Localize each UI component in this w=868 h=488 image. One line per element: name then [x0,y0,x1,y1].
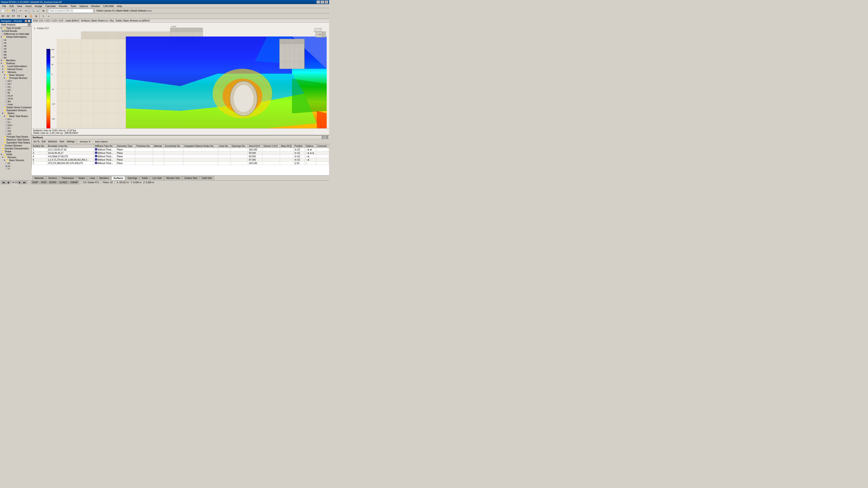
first-page-btn[interactable]: |◀ [1,181,6,184]
menu-calculate[interactable]: Calculate [44,4,57,8]
tab-solids[interactable]: Solids [140,176,150,180]
nav-sub-close-btn[interactable]: ✕ [28,24,31,26]
zoom-all-btn[interactable]: ⊞ [41,8,46,13]
table-row[interactable]: 319-26,36-45,27Without Thick...Plane50.0… [32,151,329,155]
menu-results[interactable]: Results [58,4,69,8]
last-page-btn[interactable]: ▶| [22,181,27,184]
tree-item-stresses[interactable]: ▼📁Stresses [0,71,31,74]
undo-btn[interactable]: ↩ [18,8,23,13]
view-btn[interactable]: View [59,140,65,143]
snap-osnap-btn[interactable]: OSNAP [69,181,79,184]
tab-solid-sets[interactable]: Solid Sets [200,176,214,180]
tree-item--x[interactable]: φx [0,50,31,53]
open-btn[interactable]: 📂 [6,8,11,13]
zoom-out-btn[interactable]: 🔎 [36,8,41,13]
tab-line-sets[interactable]: Line Sets [150,176,164,180]
tree-item-contact-stresses[interactable]: 📁Contact Stresses [0,144,31,147]
tree-item--2--[interactable]: σ2,+ [0,79,31,83]
table-row[interactable]: 116,17,28,65-47,18Without Thick...Plane1… [32,148,329,151]
tree-item-principal-total-strains[interactable]: 📁Principal Total Strains [0,135,31,138]
table-row[interactable]: 51,2,4,71,270,65,28,3,166,69,262,265,2..… [32,158,329,162]
snap-snap-btn[interactable]: SNAP [31,181,39,184]
tree-item--z[interactable]: σz [0,168,31,169]
select-btn[interactable]: ↖ [41,14,46,19]
tree-item-local-deformations[interactable]: ▼📁Local Deformations [0,65,31,68]
tree-item--x[interactable]: σx [0,162,31,165]
render-btn[interactable]: 🎨 [29,14,33,19]
tab-sections[interactable]: Sections [46,176,59,180]
tree-item--xy[interactable]: γxy [0,129,31,132]
display-btn[interactable]: ◉ [23,14,28,19]
tree-item-uz[interactable]: uz [0,47,31,50]
basic-objects-btn[interactable]: Basic Objects [92,139,111,144]
next-page-btn[interactable]: ▶ [18,181,22,184]
tree-item-strains[interactable]: ▼📁Strains [0,112,31,115]
prev-page-btn[interactable]: ◀ [6,181,10,184]
tree-item-global-deformations[interactable]: ▼📁Global Deformations [0,35,31,38]
menu-assign[interactable]: Assign [33,4,43,8]
tree-item-equivalent-stresses[interactable]: 📁Equivalent Stresses [0,109,31,112]
snap-bgrid-btn[interactable]: BGRID [48,181,58,184]
tab-nodes[interactable]: Nodes [76,176,87,180]
mesh-btn[interactable]: ⊞ [34,14,39,19]
menu-view[interactable]: View [16,4,24,8]
tab-surfaces[interactable]: Surfaces [112,176,125,180]
menu-options[interactable]: Options [78,4,89,8]
menu-help[interactable]: Help [116,4,123,8]
tree-item--z[interactable]: φz [0,56,31,59]
tree-item--xy-[interactable]: γxy- [0,132,31,135]
xz-view-btn[interactable]: XZ [6,14,11,19]
tab-lines[interactable]: Lines [88,176,97,180]
new-btn[interactable]: 📄 [0,8,5,13]
tree-item--x--[interactable]: εx,- [0,121,31,124]
tree-item-maximum-total-strains[interactable]: 📁Maximum Total Strains [0,138,31,141]
tree-item--y[interactable]: φy [0,53,31,56]
tree-item--1--[interactable]: σ1,- [0,86,31,88]
table-row[interactable]: 7273,274,388,403-397,470-459,275Without … [32,162,329,165]
tree-item--c--[interactable]: εc,- [0,127,31,129]
tree-item-ux[interactable]: ux [0,41,31,44]
tree-item-basic-stresses[interactable]: ▼📁Basic Stresses [0,74,31,76]
tab-thicknesses[interactable]: Thicknesses [59,176,76,180]
nav-close-btn[interactable]: ✕ [28,20,31,22]
tree-item-surfaces[interactable]: ▼📁Surfaces [0,62,31,65]
tree-item--max[interactable]: τmax [0,103,31,106]
tree-item-equivalent-total-strains[interactable]: 📁Equivalent Total Strains [0,141,31,144]
nav-pin-btn[interactable]: 📌 [25,20,27,22]
tree-item-isotropic-characteristics[interactable]: 📁Isotropic Characteristics [0,147,31,150]
menu-insert[interactable]: Insert [24,4,33,8]
tab-members[interactable]: Members [97,176,111,180]
menu-file[interactable]: File [1,4,8,8]
goto-btn[interactable]: Go To [33,140,40,143]
tree-item-internal-forces[interactable]: ▼📁Internal Forces [0,68,31,71]
menu-edit[interactable]: Edit [8,4,15,8]
tree-item-final-results[interactable]: Final Results [0,30,31,33]
tree-item--c[interactable]: θc [0,91,31,94]
table-row[interactable]: 44-9,26&8,37-58,270Without Thick...Plane… [32,155,329,158]
tree-item--y[interactable]: σy [0,165,31,168]
snap-glines-btn[interactable]: GLINES [58,181,69,184]
menu-window[interactable]: Window [90,4,101,8]
tree-item-basic-total-strains[interactable]: ▼📁Basic Total Strains [0,115,31,118]
settings-btn[interactable]: Settings [66,140,75,143]
search-input[interactable] [48,9,93,13]
tree-item-shape[interactable]: 📁Shape [0,150,31,153]
tree-item-basic-stresses[interactable]: ▼📁Basic Stresses [0,159,31,162]
tree-item--yy--[interactable]: εyy,+ [0,124,31,127]
structure-dropdown[interactable]: Structure ▼ [79,139,92,144]
tree-item-members[interactable]: ▼📁Members [0,59,31,62]
tree-item-uy[interactable]: uy [0,44,31,47]
menu-tools[interactable]: Tools [69,4,78,8]
tree-item-elastic-stress-components[interactable]: 📁Elastic Stress Components [0,106,31,109]
results-close-btn[interactable]: ✕ [326,136,328,139]
menu-cad-bim[interactable]: CAD-BIM [102,4,115,8]
maximize-button[interactable]: □ [320,0,324,4]
tab-materials[interactable]: Materials [33,176,46,180]
xy-view-btn[interactable]: XY [11,14,16,19]
tree-item-differences-to-initial-state[interactable]: Differences to initial state [0,33,31,35]
tree-item--2--[interactable]: σ2,- [0,88,31,91]
redo-btn[interactable]: ↪ [23,8,28,13]
tree-item--x--[interactable]: εx,+ [0,118,31,121]
edit-btn[interactable]: Edit [41,140,46,143]
tree-item-stresses[interactable]: ▼📁Stresses [0,156,31,159]
